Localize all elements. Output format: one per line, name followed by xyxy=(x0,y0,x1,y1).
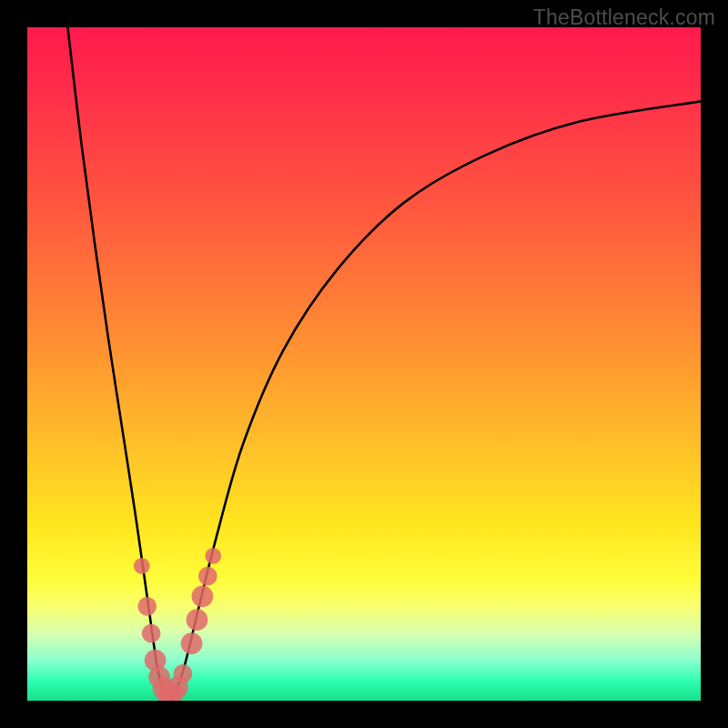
marker-dot xyxy=(137,597,157,616)
marker-dot xyxy=(142,624,161,643)
chart-frame: TheBottleneck.com xyxy=(0,0,728,728)
marker-dot xyxy=(198,567,217,586)
marker-dot xyxy=(181,632,203,654)
marker-dot xyxy=(174,664,193,683)
curve-layer xyxy=(27,27,701,701)
marker-dot xyxy=(187,609,208,631)
watermark-text: TheBottleneck.com xyxy=(533,5,715,30)
marker-dot xyxy=(192,585,214,607)
marker-dot xyxy=(134,558,150,574)
bottleneck-curve xyxy=(67,27,701,701)
marker-dot xyxy=(205,548,221,564)
marker-cluster xyxy=(134,548,221,701)
plot-area xyxy=(27,27,701,701)
